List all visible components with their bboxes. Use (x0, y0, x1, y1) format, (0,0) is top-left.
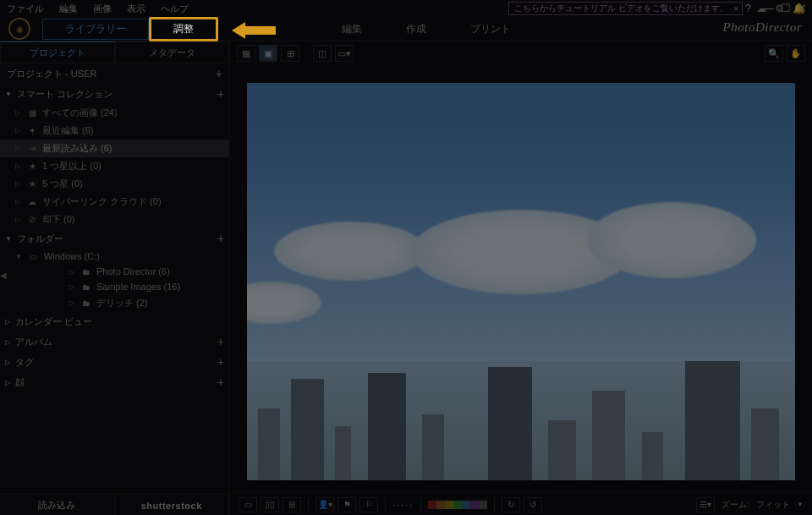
add-tag-button[interactable]: + (217, 355, 224, 369)
collapse-sidebar-icon[interactable]: ◀ (0, 271, 7, 280)
color-swatch[interactable] (436, 501, 445, 509)
view-mode-thumbnails-icon[interactable]: ▦ (237, 45, 255, 62)
project-header: プロジェクト - USER + (0, 63, 229, 84)
compare-icon[interactable]: ◫ (313, 45, 332, 62)
close-button[interactable]: ✕ (798, 2, 807, 14)
caret-down-icon: ▼ (5, 235, 12, 243)
color-swatch[interactable] (428, 501, 436, 509)
section-face[interactable]: ▷顔+ (0, 372, 229, 392)
tree-item-latest-import[interactable]: ▷⇥最新読み込み (6) (0, 140, 229, 157)
section-smart-collection[interactable]: ▼ スマート コレクション + (0, 84, 229, 104)
tutorial-text: こちらからチュートリアル ビデオをご覧いただけます。 (514, 3, 728, 14)
display-icon[interactable]: ▭▾ (335, 45, 354, 62)
section-folder[interactable]: ▼ フォルダー + (0, 228, 229, 249)
color-swatch[interactable] (479, 501, 487, 509)
menu-image[interactable]: 画像 (93, 3, 112, 15)
tree-item-folder[interactable]: ▷🖿デリッチ (2) (37, 294, 229, 312)
pan-icon[interactable]: ✋ (787, 45, 805, 62)
reject-icon: ⊘ (27, 215, 37, 224)
search-icon[interactable]: 🔍 (765, 45, 783, 62)
section-tag[interactable]: ▷タグ+ (0, 352, 229, 372)
grid-icon: ▦ (27, 108, 37, 118)
star-icon: ★ (27, 179, 37, 189)
color-swatch[interactable] (470, 501, 479, 509)
chevron-right-icon: ▷ (69, 299, 74, 307)
add-smart-collection-button[interactable]: + (217, 87, 224, 101)
canvas[interactable] (230, 65, 812, 492)
project-title: プロジェクト - USER (7, 68, 96, 80)
tree-item-folder[interactable]: ▷🖿Photo Director (6) (37, 264, 229, 279)
tree-item-folder[interactable]: ▷🖿Sample Images (16) (37, 279, 229, 294)
import-icon: ⇥ (27, 144, 37, 153)
arrow-annotation-icon (230, 20, 281, 42)
layout-2-icon[interactable]: ▯▯ (261, 497, 279, 512)
sidebar: プロジェクト メタデータ プロジェクト - USER + ▼ スマート コレクシ… (0, 41, 230, 515)
layout-grid-icon[interactable]: ⊞ (283, 497, 301, 512)
person-icon[interactable]: 👤▾ (315, 497, 334, 512)
tab-edit[interactable]: 編集 (320, 19, 384, 39)
color-labels[interactable] (428, 501, 487, 509)
zoom-label: ズーム: (721, 499, 749, 511)
side-tab-metadata[interactable]: メタデータ (115, 41, 230, 63)
menu-file[interactable]: ファイル (7, 3, 44, 15)
shutterstock-button[interactable]: shutterstock (115, 495, 230, 515)
smart-collection-label: スマート コレクション (17, 88, 112, 101)
add-project-button[interactable]: + (216, 67, 222, 80)
app-title: PhotoDirector (723, 20, 802, 35)
drive-icon: ▭ (29, 252, 39, 261)
preview-image (247, 83, 795, 480)
import-button[interactable]: 読み込み (0, 495, 115, 515)
tree-item-recent-edit[interactable]: ▷✦最近編集 (6) (0, 122, 229, 140)
tree-item-5star[interactable]: ▷★5 つ星 (0) (0, 175, 229, 193)
project-tree: ▼ スマート コレクション + ▷▦すべての画像 (24) ▷✦最近編集 (6)… (0, 84, 229, 494)
menu-view[interactable]: 表示 (127, 3, 145, 15)
folder-icon: 🖿 (81, 299, 91, 308)
tab-adjust[interactable]: 調整 (149, 17, 218, 41)
rotate-ccw-icon[interactable]: ↺ (524, 497, 542, 512)
zoom-value[interactable]: フィット (756, 499, 790, 511)
tree-item-1star[interactable]: ▷★1 つ星以上 (0) (0, 157, 229, 175)
menu-edit[interactable]: 編集 (59, 3, 78, 15)
tree-item-all-images[interactable]: ▷▦すべての画像 (24) (0, 104, 229, 122)
chevron-right-icon: ▷ (5, 359, 10, 366)
tree-item-label: Sample Images (16) (96, 282, 180, 292)
menu-help[interactable]: ヘルプ (161, 3, 189, 15)
chevron-right-icon: ▷ (15, 216, 20, 223)
minimize-button[interactable]: — (763, 2, 774, 14)
add-face-button[interactable]: + (217, 375, 224, 389)
chevron-right-icon: ▷ (5, 379, 10, 386)
star-icon: ★ (27, 162, 37, 171)
view-mode-grid-icon[interactable]: ⊞ (281, 45, 299, 62)
color-swatch[interactable] (445, 501, 453, 509)
maximize-button[interactable]: ☐ (781, 2, 791, 14)
color-swatch[interactable] (462, 501, 470, 509)
help-icon[interactable]: ? (745, 3, 751, 14)
tree-item-drive[interactable]: ▼▭Windows (C:) (0, 249, 229, 264)
section-calendar[interactable]: ▷カレンダー ビュー (0, 312, 229, 331)
caret-down-icon: ▼ (5, 90, 12, 98)
tree-item-label: Windows (C:) (44, 251, 100, 261)
filter-icon[interactable]: ☰▾ (696, 497, 715, 512)
add-album-button[interactable]: + (217, 335, 224, 348)
flag-down-icon[interactable]: ⚐ (359, 497, 378, 512)
rating-dots[interactable]: ····· (392, 500, 414, 510)
view-mode-single-icon[interactable]: ▣ (259, 45, 277, 62)
side-tab-project[interactable]: プロジェクト (0, 41, 115, 63)
tab-library[interactable]: ライブラリー (42, 19, 149, 40)
tutorial-banner[interactable]: こちらからチュートリアル ビデオをご覧いただけます。 × (508, 2, 743, 15)
rotate-cw-icon[interactable]: ↻ (502, 497, 520, 512)
chevron-right-icon: ▷ (15, 109, 20, 117)
add-folder-button[interactable]: + (217, 232, 224, 245)
layout-1-icon[interactable]: ▭ (239, 497, 257, 512)
close-icon[interactable]: × (733, 4, 738, 14)
color-swatch[interactable] (453, 501, 462, 509)
flag-icon[interactable]: ⚑ (337, 497, 356, 512)
section-album[interactable]: ▷アルバム+ (0, 331, 229, 352)
tree-item-cloud[interactable]: ▷☁サイバーリンク クラウド (0) (0, 193, 229, 211)
chevron-down-icon[interactable]: ▼ (797, 501, 804, 508)
tab-create[interactable]: 作成 (384, 19, 448, 39)
chevron-right-icon: ▷ (15, 145, 20, 152)
tab-print[interactable]: プリント (448, 19, 533, 39)
tree-item-rejected[interactable]: ▷⊘却下 (0) (0, 211, 229, 228)
caret-down-icon: ▼ (15, 253, 22, 260)
